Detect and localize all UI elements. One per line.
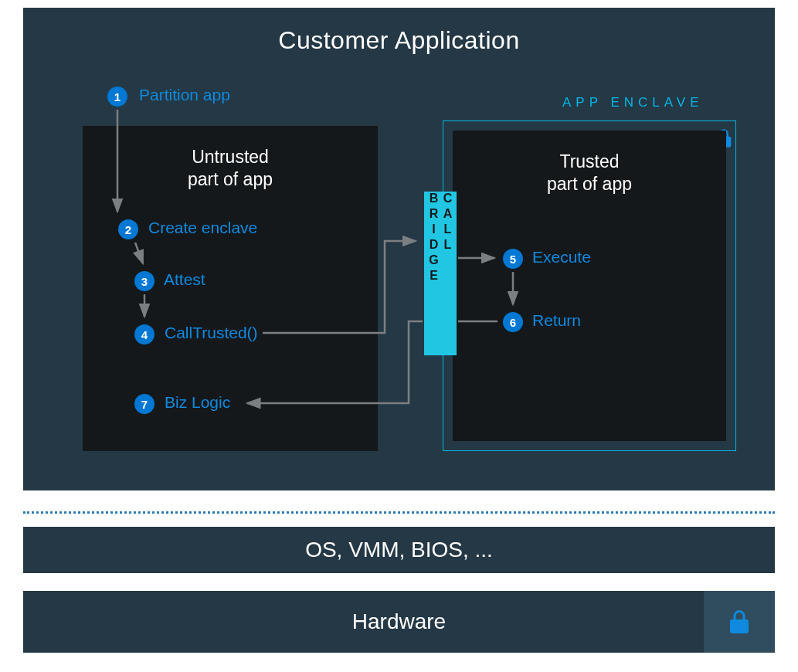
step-label-calltrusted: CallTrusted() [165, 324, 258, 342]
step-label-attest: Attest [164, 270, 205, 289]
title-customer-application: Customer Application [23, 26, 775, 55]
lock-icon [725, 608, 753, 636]
hardware-bar-label: Hardware [352, 609, 446, 634]
step-number-5: 5 [510, 253, 516, 265]
step-badge-6: 6 [503, 312, 523, 332]
step-label-create-enclave: Create enclave [148, 219, 257, 237]
hardware-bar: Hardware [23, 591, 775, 653]
step-label-biz-logic: Biz Logic [165, 393, 230, 412]
step-badge-3: 3 [134, 271, 155, 291]
step-number-6: 6 [510, 317, 516, 328]
trusted-line2: part of app [547, 174, 632, 194]
call-bridge-label: CALL BRIDGE [426, 192, 454, 355]
os-bar-label: OS, VMM, BIOS, ... [305, 538, 493, 562]
step-badge-7: 7 [134, 394, 155, 414]
untrusted-line2: part of app [188, 169, 273, 189]
dotted-divider [23, 511, 775, 514]
step-number-1: 1 [114, 91, 121, 103]
step-number-3: 3 [141, 276, 148, 287]
step-label-execute: Execute [532, 248, 591, 266]
trusted-box-title: Trusted part of app [453, 151, 726, 195]
step-number-4: 4 [141, 329, 148, 341]
step-number-2: 2 [125, 224, 131, 236]
step-badge-1: 1 [107, 87, 127, 107]
step-label-partition-app: Partition app [139, 86, 230, 104]
step-badge-2: 2 [118, 219, 138, 239]
untrusted-box-title: Untrusted part of app [83, 146, 378, 191]
step-number-7: 7 [141, 399, 148, 410]
diagram-canvas: Customer Application 1 Partition app Unt… [23, 8, 775, 663]
untrusted-line1: Untrusted [192, 147, 269, 167]
call-bridge: CALL BRIDGE [424, 192, 457, 355]
trusted-box: Trusted part of app [453, 131, 726, 441]
step-badge-5: 5 [503, 249, 523, 269]
step-label-return: Return [532, 311, 581, 330]
trusted-line1: Trusted [559, 151, 619, 171]
os-vmm-bios-bar: OS, VMM, BIOS, ... [23, 527, 775, 573]
step-badge-4: 4 [134, 324, 155, 344]
customer-application-panel: Customer Application 1 Partition app Unt… [23, 8, 775, 490]
hardware-lock-square [704, 591, 775, 653]
app-enclave-label: APP ENCLAVE [562, 95, 704, 110]
